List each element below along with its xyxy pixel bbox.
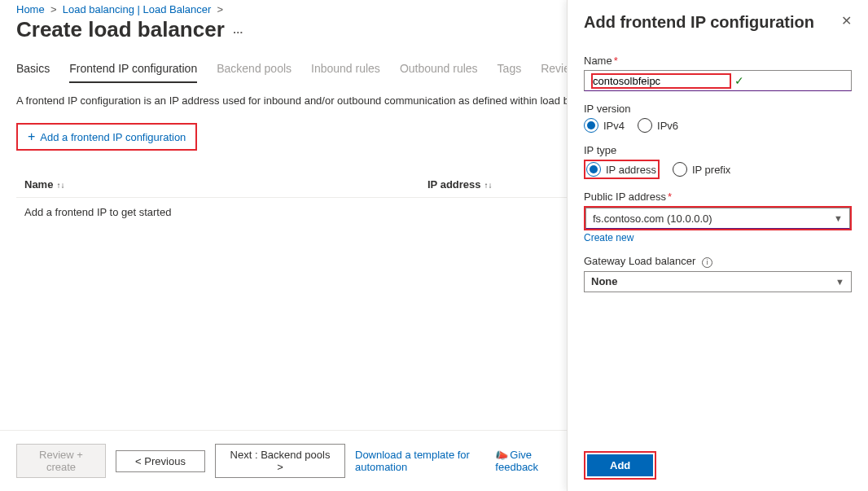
name-input[interactable]	[593, 75, 730, 87]
add-frontend-ip-button[interactable]: + Add a frontend IP configuration	[19, 125, 195, 148]
ipv4-radio[interactable]: IPv4	[584, 118, 625, 133]
ip-version-label: IP version	[584, 103, 852, 115]
tab-tags[interactable]: Tags	[498, 62, 522, 83]
create-new-public-ip-link[interactable]: Create new	[584, 232, 633, 243]
ip-address-radio[interactable]: IP address	[586, 162, 656, 177]
page-title: Create load balancer	[16, 17, 225, 42]
tab-outbound-rules[interactable]: Outbound rules	[400, 62, 478, 83]
info-icon[interactable]: i	[702, 257, 712, 268]
gateway-lb-value: None	[591, 275, 618, 287]
chevron-down-icon: ▼	[835, 277, 844, 287]
previous-button[interactable]: < Previous	[116, 450, 205, 472]
breadcrumb-load-balancing[interactable]: Load balancing | Load Balancer	[63, 3, 212, 15]
review-create-button: Review + create	[16, 444, 106, 478]
ipv6-radio[interactable]: IPv6	[638, 118, 678, 133]
public-ip-select[interactable]: fs.contoso.com (10.0.0.0) ▼	[585, 208, 850, 229]
add-frontend-ip-label: Add a frontend IP configuration	[40, 131, 186, 143]
tab-frontend-ip[interactable]: Frontend IP configuration	[69, 62, 197, 83]
chevron-down-icon: ▼	[834, 213, 843, 223]
add-button[interactable]: Add	[587, 454, 653, 476]
download-template-link[interactable]: Download a template for automation	[355, 449, 485, 473]
close-icon[interactable]: ✕	[841, 13, 852, 28]
panel-title: Add frontend IP configuration	[584, 13, 814, 32]
column-header-name[interactable]: Name↑↓	[24, 178, 427, 191]
gateway-lb-label: Gateway Load balancer i	[584, 255, 852, 268]
public-ip-label: Public IP address*	[584, 191, 852, 203]
name-input-wrapper: ✓	[584, 70, 852, 91]
name-label: Name*	[584, 55, 852, 67]
plus-icon: +	[28, 130, 35, 143]
sort-icon: ↑↓	[56, 181, 64, 190]
add-frontend-ip-panel: Add frontend IP configuration ✕ Name* ✓ …	[567, 0, 868, 491]
gateway-lb-select[interactable]: None ▼	[584, 271, 852, 292]
megaphone-icon: 📣	[494, 448, 509, 463]
public-ip-value: fs.contoso.com (10.0.0.0)	[593, 213, 712, 225]
next-button[interactable]: Next : Backend pools >	[215, 444, 345, 478]
more-actions-icon[interactable]: …	[233, 24, 244, 36]
check-icon: ✓	[734, 74, 744, 87]
give-feedback-link[interactable]: 📣Give feedback	[495, 449, 559, 473]
tab-basics[interactable]: Basics	[16, 62, 50, 83]
sort-icon: ↑↓	[484, 181, 493, 190]
ip-prefix-radio[interactable]: IP prefix	[673, 162, 730, 177]
tab-inbound-rules[interactable]: Inbound rules	[311, 62, 380, 83]
breadcrumb-home[interactable]: Home	[16, 3, 45, 15]
tab-backend-pools[interactable]: Backend pools	[217, 62, 292, 83]
ip-type-label: IP type	[584, 144, 852, 156]
